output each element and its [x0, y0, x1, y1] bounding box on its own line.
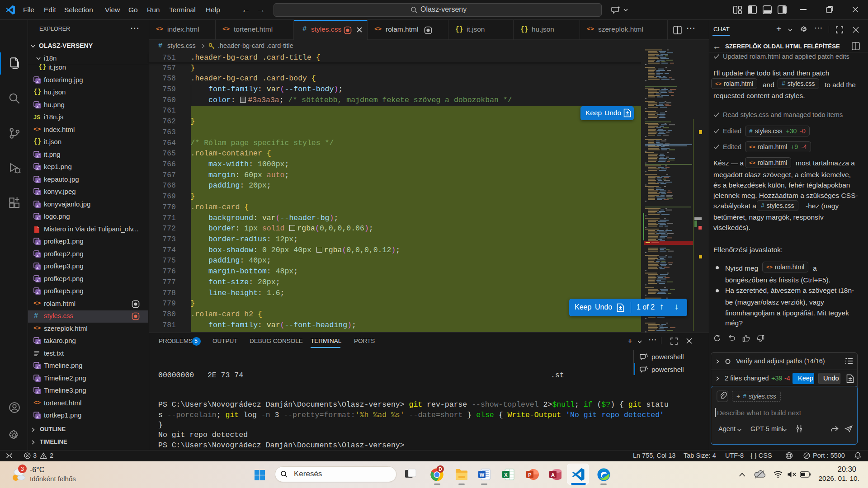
svg-text:A: A	[551, 472, 555, 478]
svg-text:P: P	[528, 472, 531, 478]
svg-text:W: W	[480, 472, 485, 478]
svg-text:X: X	[504, 472, 508, 478]
